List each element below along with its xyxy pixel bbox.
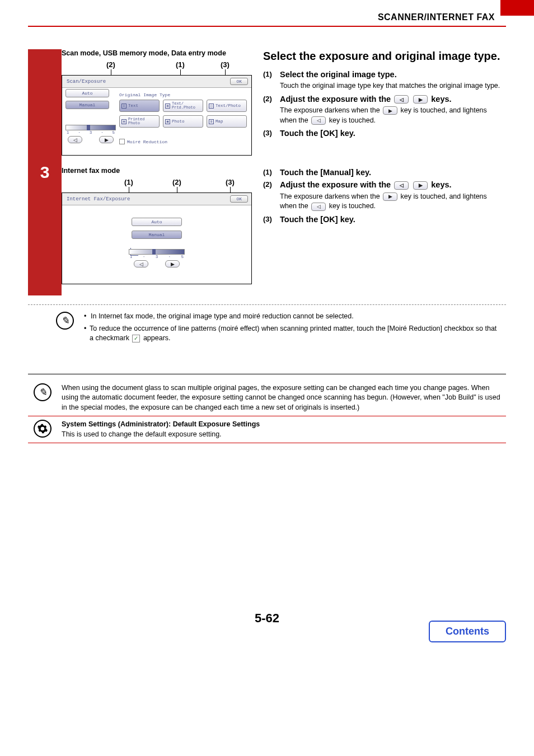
separator [28,443,506,443]
original-image-type-label: Original Image Type [119,92,248,97]
type-label: Map [216,119,223,124]
text-prtd-icon: ▣ [165,104,170,109]
heading-part: Adjust the exposure with the [280,180,393,189]
bullet-icon: • [84,324,90,344]
right-arrow-icon: ▶ [383,106,397,115]
exposure-slider[interactable]: 1·3·5 ◁ ▶ [65,125,116,143]
ok-button[interactable]: OK [230,195,248,203]
step-desc: The exposure darkens when the ▶ key is t… [280,192,500,212]
type-label: Text/ Prtd.Photo [172,102,195,110]
callout-1: (1) [124,178,133,186]
step-desc: Touch the original image type key that m… [280,81,500,91]
section-title: Select the exposure and original image t… [263,49,500,63]
left-arrow-icon: ◁ [394,181,409,190]
note-line: To reduce the occurrence of line pattern… [90,324,500,344]
auto-button[interactable]: Auto [132,218,182,226]
callout-1: (1) [176,60,185,69]
type-text-button[interactable]: ≡Text [119,100,160,112]
left-arrow-icon: ◁ [311,203,326,211]
moire-label: Moiré Reduction [127,139,167,144]
heading-part: Adjust the exposure with the [280,95,393,104]
scale-dot: · [168,255,171,259]
type-text-photo-button[interactable]: ◫Text/Photo [207,100,247,112]
scan-exposure-panel: Scan/Exposure OK Auto Manual Original Im… [62,75,252,156]
scan-mode-title: Scan mode, USB memory mode, Data entry m… [62,49,252,57]
step-heading: Adjust the exposure with the ◁ ▶ keys. [280,180,500,190]
note-line: In Internet fax mode, the original image… [91,312,354,322]
callout-2: (2) [106,60,115,69]
step-heading: Touch the [Manual] key. [280,168,500,177]
pencil-icon: ✎ [34,383,51,401]
manual-button[interactable]: Manual [132,231,182,239]
type-label: Text/Photo [216,104,241,108]
scale-max: 5 [181,255,184,259]
bullet-icon: • [84,312,91,322]
text-photo-icon: ◫ [209,104,214,109]
heading-part: keys. [431,95,451,104]
left-arrow-icon: ◁ [394,95,409,104]
step-desc: The exposure darkens when the ▶ key is t… [280,106,500,125]
step-number: 3 [40,163,50,182]
step-num: (2) [263,95,280,126]
moire-checkbox[interactable] [119,139,125,144]
scale-dot: · [101,130,103,135]
gear-icon [34,420,51,438]
type-photo-button[interactable]: ▦Photo [163,115,203,128]
callout-3: (3) [226,178,235,186]
step-heading: Select the original image type. [280,70,500,79]
system-settings-heading: System Settings (Administrator): Default… [62,420,500,430]
manual-button[interactable]: Manual [65,101,109,109]
ifax-mode-title: Internet fax mode [62,167,252,175]
checkmark-icon: ✓ [132,335,140,342]
system-settings-desc: This is used to change the default expos… [62,430,500,440]
right-arrow-icon: ▶ [413,95,428,104]
scale-dot: · [143,255,145,259]
panel-title: Internet Fax/Exposure [62,196,230,202]
step-num: (2) [263,180,280,212]
right-arrow-icon: ▶ [383,192,397,201]
type-label: Text [128,104,138,108]
printed-photo-icon: ▤ [121,119,127,124]
heading-part: keys. [431,180,451,189]
step-indicator: 3 [28,49,62,295]
step-num: (3) [263,129,280,138]
contents-button[interactable]: Contents [429,621,506,642]
left-arrow-icon: ◁ [311,116,326,125]
scale-min: 1 [67,130,69,135]
step axios-num: (3) [263,215,280,224]
lighten-button[interactable]: ◁ [68,136,82,143]
callout-2: (2) [172,178,181,186]
header-rule [28,26,506,27]
scale-max: 5 [113,130,115,135]
photo-icon: ▦ [165,119,170,124]
auto-button[interactable]: Auto [65,89,109,97]
text-icon: ≡ [121,104,127,109]
dotted-separator [28,304,506,305]
step-heading: Touch the [OK] key. [280,215,500,224]
pencil-icon: ✎ [56,312,74,330]
lighten-button[interactable]: ◁ [134,260,148,267]
type-label: Printed Photo [128,118,144,125]
right-arrow-icon: ▶ [413,181,428,190]
step-heading: Touch the [OK] key. [280,129,500,138]
darken-button[interactable]: ▶ [99,136,114,143]
type-map-button[interactable]: ⊞Map [207,115,247,128]
ok-button[interactable]: OK [230,78,248,85]
type-printed-photo-button[interactable]: ▤Printed Photo [119,115,160,128]
callout-3: (3) [221,60,229,69]
type-label: Photo [172,119,185,124]
separator [28,374,506,374]
darken-button[interactable]: ▶ [165,260,180,267]
header-accent [500,0,534,16]
panel-title: Scan/Exposure [62,79,230,84]
exposure-slider[interactable]: 1·3·5 ◁ ▶ [129,249,185,267]
type-text-prtd-photo-button[interactable]: ▣Text/ Prtd.Photo [163,100,203,112]
step-heading: Adjust the exposure with the ◁ ▶ keys. [280,95,500,104]
step-num: (1) [263,70,280,91]
info-text: When using the document glass to scan mu… [62,383,500,413]
breadcrumb: SCANNER/INTERNET FAX [0,0,534,26]
step-num: (1) [263,168,280,177]
map-icon: ⊞ [209,119,214,124]
scale-dot: · [78,130,80,135]
ifax-exposure-panel: Internet Fax/Exposure OK Auto Manual [62,192,252,284]
